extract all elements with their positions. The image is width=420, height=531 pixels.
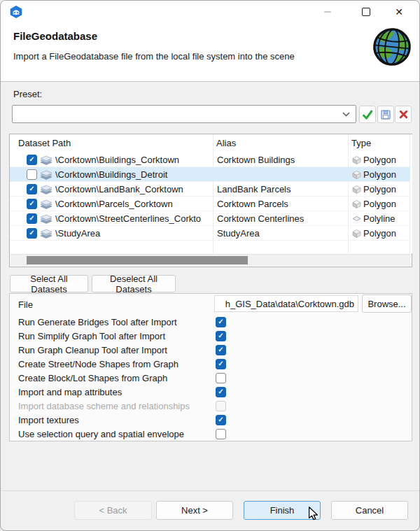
dataset-path: \Corktown\StreetCenterlines_Corkto: [55, 213, 212, 224]
option-checkbox[interactable]: [216, 359, 226, 369]
globe-icon: [370, 25, 414, 69]
back-button: < Back: [74, 501, 152, 520]
minimize-button[interactable]: [313, 1, 342, 23]
dataset-type: Polygon: [363, 169, 396, 180]
option-checkbox[interactable]: [216, 387, 226, 397]
row-checkbox[interactable]: [27, 155, 37, 165]
polyline-icon: [352, 214, 361, 223]
option-checkbox[interactable]: [216, 317, 226, 327]
delete-icon: [398, 109, 409, 120]
option-row-disabled: Import database scheme and relationships: [10, 399, 412, 413]
option-label: Use selection query and spatial envelope: [18, 429, 213, 439]
close-icon: ✕: [395, 7, 403, 17]
dataset-type: Polygon: [363, 199, 396, 209]
preset-combobox[interactable]: [12, 105, 356, 123]
option-checkbox[interactable]: [216, 331, 226, 341]
column-alias: Alias: [216, 138, 236, 148]
option-row: Run Generate Bridges Tool after Import: [10, 315, 412, 329]
table-header: Dataset Path Alias Type: [10, 134, 412, 153]
table-row[interactable]: \Corktown\StreetCenterlines_Corkto Corkt…: [10, 211, 412, 226]
option-label: Create Block/Lot Shapes from Graph: [18, 373, 213, 383]
option-checkbox[interactable]: [216, 345, 226, 355]
table-row[interactable]: \StudyArea StudyArea Polygon: [10, 226, 412, 241]
option-row: Run Graph Cleanup Tool after Import: [10, 343, 412, 357]
horizontal-scrollbar-thumb[interactable]: [27, 256, 248, 264]
option-checkbox-disabled: [216, 401, 226, 411]
minimize-icon: [324, 11, 331, 13]
dataset-layers-icon: [40, 199, 52, 209]
table-row[interactable]: \Corktown\Buildings_Corktown Corktown Bu…: [10, 153, 412, 167]
row-checkbox[interactable]: [27, 169, 37, 180]
dataset-table: Dataset Path Alias Type \Corktown\Buildi…: [9, 134, 412, 267]
dataset-path: \StudyArea: [55, 228, 212, 239]
preset-save-button[interactable]: [377, 106, 394, 123]
option-label: Run Graph Cleanup Tool after Import: [18, 345, 213, 355]
row-checkbox[interactable]: [27, 184, 37, 194]
title-bar: ✕: [1, 1, 419, 23]
table-row[interactable]: \Corktown\Parcels_Corktown Corktown Parc…: [10, 197, 412, 211]
finish-button[interactable]: Finish: [244, 501, 321, 520]
dataset-alias: Corktown Buildings: [217, 155, 347, 165]
column-dataset-path: Dataset Path: [18, 138, 71, 148]
close-button[interactable]: ✕: [384, 1, 414, 23]
option-label: Import textures: [18, 415, 213, 425]
option-label: Import and map attributes: [18, 387, 213, 397]
next-button[interactable]: Next >: [156, 501, 233, 520]
dataset-alias: StudyArea: [217, 228, 347, 239]
cancel-button[interactable]: Cancel: [331, 501, 408, 520]
footer-separator: [1, 490, 419, 491]
dataset-layers-icon: [40, 169, 52, 180]
maximize-button[interactable]: [351, 1, 381, 23]
option-label: Create Street/Node Shapes from Graph: [18, 359, 213, 369]
row-checkbox[interactable]: [27, 228, 37, 239]
row-checkbox[interactable]: [27, 213, 37, 224]
option-checkbox[interactable]: [216, 429, 226, 439]
file-path-input[interactable]: h_GIS_Data\data\Corktown.gdb: [214, 295, 358, 312]
import-options-panel: File h_GIS_Data\data\Corktown.gdb Browse…: [9, 293, 412, 441]
option-row: Import textures: [10, 413, 412, 427]
preset-apply-button[interactable]: [359, 106, 376, 123]
chevron-down-icon: [342, 112, 350, 117]
dataset-alias: Corktown Parcels: [217, 199, 347, 209]
polygon-icon: [352, 155, 361, 164]
wizard-header: FileGeodatabase Import a FileGeodatabase…: [1, 23, 419, 82]
option-label: Run Simplify Graph Tool after Import: [18, 331, 213, 341]
polygon-icon: [352, 170, 361, 179]
option-label: Import database scheme and relationships: [18, 401, 213, 411]
horizontal-scrollbar[interactable]: [10, 254, 411, 266]
option-row: Run Simplify Graph Tool after Import: [10, 329, 412, 343]
page-subtitle: Import a FileGeodatabase file from the l…: [13, 51, 295, 62]
polygon-icon: [352, 229, 361, 238]
dataset-layers-icon: [40, 155, 52, 165]
polygon-icon: [352, 185, 361, 194]
dataset-path: \Corktown\Buildings_Detroit: [55, 169, 212, 180]
deselect-all-datasets-button[interactable]: Deselect All Datasets: [92, 275, 176, 292]
preset-delete-button[interactable]: [395, 106, 412, 123]
dataset-path: \Corktown\Buildings_Corktown: [55, 155, 212, 165]
option-checkbox[interactable]: [216, 373, 226, 383]
row-checkbox[interactable]: [27, 199, 37, 209]
vertical-scrollbar-track[interactable]: [410, 134, 412, 253]
browse-button[interactable]: Browse...: [362, 295, 412, 313]
select-all-datasets-button[interactable]: Select All Datasets: [10, 275, 88, 292]
table-row-selected[interactable]: \Corktown\Buildings_Detroit Polygon: [10, 167, 412, 182]
option-checkbox[interactable]: [216, 415, 226, 425]
dataset-path: \Corktown\LandBank_Corktown: [55, 184, 212, 194]
table-row[interactable]: \Corktown\LandBank_Corktown LandBank Par…: [10, 182, 412, 197]
option-label: Run Generate Bridges Tool after Import: [18, 317, 213, 327]
dataset-alias: Corktown Centerlines: [217, 213, 347, 224]
polygon-icon: [352, 199, 361, 208]
dataset-alias: LandBank Parcels: [217, 184, 347, 194]
dataset-layers-icon: [40, 184, 52, 194]
dataset-type: Polygon: [363, 184, 396, 194]
dataset-path: \Corktown\Parcels_Corktown: [55, 199, 212, 209]
apply-icon: [362, 109, 373, 120]
file-label: File: [18, 299, 33, 310]
option-row: Create Street/Node Shapes from Graph: [10, 357, 412, 371]
app-icon: [10, 6, 22, 18]
dataset-layers-icon: [40, 228, 52, 239]
option-row: Use selection query and spatial envelope: [10, 427, 412, 441]
dataset-type: Polyline: [363, 213, 396, 224]
option-row: Import and map attributes: [10, 385, 412, 399]
dataset-type: Polygon: [363, 155, 396, 165]
